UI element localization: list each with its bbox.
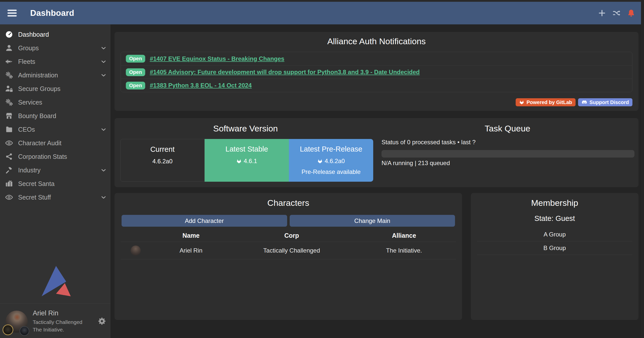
characters-title: Characters <box>115 198 462 208</box>
membership-state: State: Guest <box>471 214 638 223</box>
software-version-title: Software Version <box>115 124 376 133</box>
table-header-row: Name Corp Alliance <box>121 229 456 242</box>
hammer-icon <box>5 166 13 174</box>
sidebar-item-dashboard[interactable]: Dashboard <box>0 28 110 41</box>
character-corp: Tactically Challenged <box>231 247 352 254</box>
alliance-auth-dashboard: Dashboard Dashboard Groups <box>0 0 644 338</box>
sidebar-item-industry[interactable]: Industry <box>0 163 110 177</box>
sidebar-user-panel: Ariel Rin Tactically Challenged The Init… <box>0 304 110 338</box>
bell-icon <box>627 9 635 17</box>
column-header-alliance: Alliance <box>352 232 456 239</box>
eye-icon <box>5 139 13 147</box>
navbar-actions <box>598 9 635 17</box>
notification-link[interactable]: #1405 Advisory: Future development will … <box>150 69 420 76</box>
sidebar-item-secure-groups[interactable]: Secure Groups <box>0 82 110 95</box>
notification-link[interactable]: #1407 EVE Equinox Status - Breaking Chan… <box>150 55 284 62</box>
version-taskqueue-panel: Software Version Current 4.6.2a0 Latest … <box>115 118 638 187</box>
sidebar-item-bounty-board[interactable]: Bounty Board <box>0 109 110 123</box>
notifications-title: Alliance Auth Notifications <box>115 36 638 46</box>
hamburger-icon <box>7 8 18 19</box>
column-header-corp: Corp <box>231 232 352 239</box>
user-name: Ariel Rin <box>33 309 82 317</box>
user-lock-icon <box>5 85 13 93</box>
character-actions: Add Character Change Main <box>122 215 455 227</box>
change-main-quick-button[interactable] <box>612 9 621 17</box>
sidebar-item-administration[interactable]: Administration <box>0 68 110 82</box>
gauge-icon <box>5 30 13 38</box>
column-header-name: Name <box>151 232 231 239</box>
membership-panel: Membership State: Guest A Group B Group <box>471 193 638 320</box>
group-list: A Group B Group <box>477 228 632 255</box>
add-character-quick-button[interactable] <box>598 9 606 17</box>
scrollbar-track[interactable] <box>641 0 644 338</box>
group-list-item: B Group <box>477 241 632 255</box>
notifications-panel: Alliance Auth Notifications Open #1407 E… <box>115 32 638 111</box>
gitlab-icon <box>519 100 524 105</box>
sidebar-item-services[interactable]: Services <box>0 95 110 109</box>
version-stable-box: Latest Stable 4.6.1 <box>205 139 289 182</box>
notifications-footer-badges: Powered by GitLab Support Discord <box>516 98 632 106</box>
character-portrait <box>131 246 141 256</box>
character-alliance: The Initiative. <box>352 247 456 254</box>
gitlab-icon <box>236 159 242 164</box>
sidebar-item-corporation-stats[interactable]: Corporation Stats <box>0 150 110 163</box>
support-discord-badge[interactable]: Support Discord <box>578 98 632 106</box>
folder-icon <box>5 125 13 133</box>
powered-by-gitlab-badge[interactable]: Powered by GitLab <box>516 98 576 106</box>
notifications-button[interactable] <box>627 9 635 17</box>
plus-icon <box>598 9 606 17</box>
shuffle-icon <box>612 9 621 17</box>
user-corporation: Tactically Challenged <box>33 319 82 325</box>
chevron-down-icon <box>100 167 107 174</box>
chevron-down-icon <box>100 72 107 79</box>
task-queue-widget: Task Queue Status of 0 processed tasks •… <box>376 118 638 187</box>
user-alliance: The Initiative. <box>33 327 82 333</box>
status-badge: Open <box>126 68 145 76</box>
gifts-icon <box>5 180 13 188</box>
version-current-box: Current 4.6.2a0 <box>120 139 205 182</box>
task-queue-counts: N/A running | 213 queued <box>382 160 450 167</box>
change-main-button[interactable]: Change Main <box>290 215 455 227</box>
corp-logo <box>3 324 13 335</box>
page-title: Dashboard <box>30 8 74 18</box>
sidebar-item-character-audit[interactable]: Character Audit <box>0 136 110 150</box>
notification-link[interactable]: #1383 Python 3.8 EOL - 14 Oct 2024 <box>150 82 252 89</box>
prerelease-note: Pre-Release available <box>289 168 373 175</box>
chevron-down-icon <box>100 58 107 65</box>
sidebar-item-secret-stuff[interactable]: Secret Stuff <box>0 190 110 204</box>
characters-table: Name Corp Alliance Ariel Rin Tactically … <box>121 229 456 259</box>
add-character-button[interactable]: Add Character <box>122 215 287 227</box>
gear-icon <box>98 317 106 325</box>
top-navbar: Dashboard <box>0 2 644 24</box>
notification-item: Open #1383 Python 3.8 EOL - 14 Oct 2024 <box>121 79 632 92</box>
notification-item: Open #1407 EVE Equinox Status - Breaking… <box>121 52 632 65</box>
task-queue-status: Status of 0 processed tasks • last ? <box>382 139 476 146</box>
gitlab-icon <box>317 159 323 164</box>
sidebar: Dashboard Groups Fleets Administration S… <box>0 24 110 338</box>
user-icon <box>5 44 13 52</box>
characters-panel: Characters Add Character Change Main Nam… <box>115 193 462 320</box>
discord-icon <box>582 100 587 105</box>
table-row: Ariel Rin Tactically Challenged The Init… <box>121 242 456 259</box>
alliance-logo <box>20 326 29 336</box>
store-icon <box>5 112 13 120</box>
user-avatar-group <box>6 311 31 337</box>
sidebar-item-secret-santa[interactable]: Secret Santa <box>0 177 110 190</box>
sidebar-item-groups[interactable]: Groups <box>0 41 110 55</box>
group-list-item: A Group <box>477 228 632 241</box>
chevron-down-icon <box>100 45 107 52</box>
sidebar-item-fleets[interactable]: Fleets <box>0 55 110 68</box>
chevron-down-icon <box>100 194 107 201</box>
gears-icon <box>5 98 13 106</box>
sidebar-menu: Dashboard Groups Fleets Administration S… <box>0 24 110 204</box>
membership-title: Membership <box>471 198 638 208</box>
version-boxes: Current 4.6.2a0 Latest Stable 4.6.1 Late… <box>120 139 373 182</box>
user-settings-button[interactable] <box>98 317 106 325</box>
notifications-list: Open #1407 EVE Equinox Status - Breaking… <box>121 52 632 92</box>
alliance-auth-logo <box>39 265 72 297</box>
sidebar-item-ceos[interactable]: CEOs <box>0 123 110 136</box>
sidebar-toggle-button[interactable] <box>7 8 18 19</box>
software-version-widget: Software Version Current 4.6.2a0 Latest … <box>115 118 376 187</box>
user-info: Ariel Rin Tactically Challenged The Init… <box>33 309 82 333</box>
notification-item: Open #1405 Advisory: Future development … <box>121 65 632 79</box>
